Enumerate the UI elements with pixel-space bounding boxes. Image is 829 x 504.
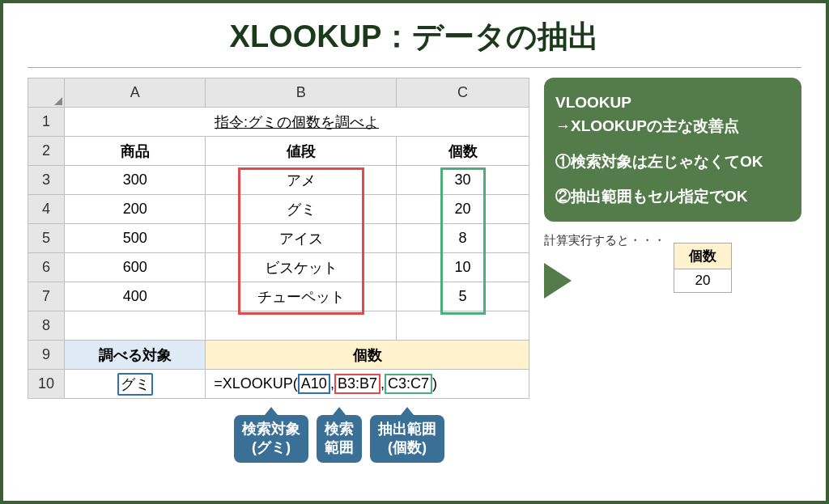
row-header-9[interactable]: 9 — [28, 341, 65, 370]
result-value: 20 — [674, 269, 732, 293]
cell-c5[interactable]: 8 — [397, 224, 529, 253]
cell-c8[interactable] — [397, 311, 529, 341]
header-result[interactable]: 個数 — [206, 341, 529, 370]
cell-c3[interactable]: 30 — [397, 166, 529, 195]
header-count[interactable]: 個数 — [397, 137, 529, 166]
row-header-10[interactable]: 10 — [28, 370, 65, 399]
row-header-1[interactable]: 1 — [28, 108, 65, 137]
result-header: 個数 — [674, 244, 732, 269]
cell-b6[interactable]: ビスケット — [206, 253, 397, 282]
cell-a10[interactable]: グミ — [65, 370, 206, 399]
header-price[interactable]: 値段 — [206, 137, 397, 166]
cell-c7[interactable]: 5 — [397, 282, 529, 311]
page-title: XLOOKUP：データの抽出 — [3, 3, 826, 67]
instruction-cell[interactable]: 指令:グミの個数を調べよ — [65, 108, 529, 137]
result-table: 個数 20 — [674, 243, 732, 293]
cell-a6[interactable]: 600 — [65, 253, 206, 282]
explanation-panel: VLOOKUP →XLOOKUPの主な改善点 ①検索対象は左じゃなくてOK ②抽… — [544, 78, 801, 222]
cell-a7[interactable]: 400 — [65, 282, 206, 311]
col-header-b[interactable]: B — [206, 78, 397, 108]
row-header-5[interactable]: 5 — [28, 224, 65, 253]
formula-cell[interactable]: =XLOOKUP(A10,B3:B7,C3:C7) — [206, 370, 529, 399]
callout-lookup-array: 検索範囲 — [317, 415, 362, 463]
row-header-7[interactable]: 7 — [28, 282, 65, 311]
cell-a4[interactable]: 200 — [65, 195, 206, 224]
cell-c4[interactable]: 20 — [397, 195, 529, 224]
callout-return-array: 抽出範囲(個数) — [370, 415, 444, 463]
arrow-icon — [544, 263, 572, 299]
row-header-8[interactable]: 8 — [28, 311, 65, 341]
row-header-3[interactable]: 3 — [28, 166, 65, 195]
cell-b7[interactable]: チューペット — [206, 282, 397, 311]
col-header-c[interactable]: C — [397, 78, 529, 108]
col-header-a[interactable]: A — [65, 78, 206, 108]
cell-c6[interactable]: 10 — [397, 253, 529, 282]
result-label: 計算実行すると・・・ — [544, 233, 665, 248]
cell-b8[interactable] — [206, 311, 397, 341]
cell-a8[interactable] — [65, 311, 206, 341]
divider — [28, 67, 801, 68]
cell-b4[interactable]: グミ — [206, 195, 397, 224]
row-header-2[interactable]: 2 — [28, 137, 65, 166]
select-all-corner[interactable] — [28, 78, 65, 108]
spreadsheet: A B C 1 指令:グミの個数を調べよ 2 商品 値段 個数 3 300 アメ… — [28, 78, 529, 399]
cell-a3[interactable]: 300 — [65, 166, 206, 195]
row-header-6[interactable]: 6 — [28, 253, 65, 282]
row-header-4[interactable]: 4 — [28, 195, 65, 224]
cell-b3[interactable]: アメ — [206, 166, 397, 195]
cell-a5[interactable]: 500 — [65, 224, 206, 253]
header-product[interactable]: 商品 — [65, 137, 206, 166]
cell-b5[interactable]: アイス — [206, 224, 397, 253]
callout-lookup-value: 検索対象(グミ) — [234, 415, 308, 463]
header-target[interactable]: 調べる対象 — [65, 341, 206, 370]
